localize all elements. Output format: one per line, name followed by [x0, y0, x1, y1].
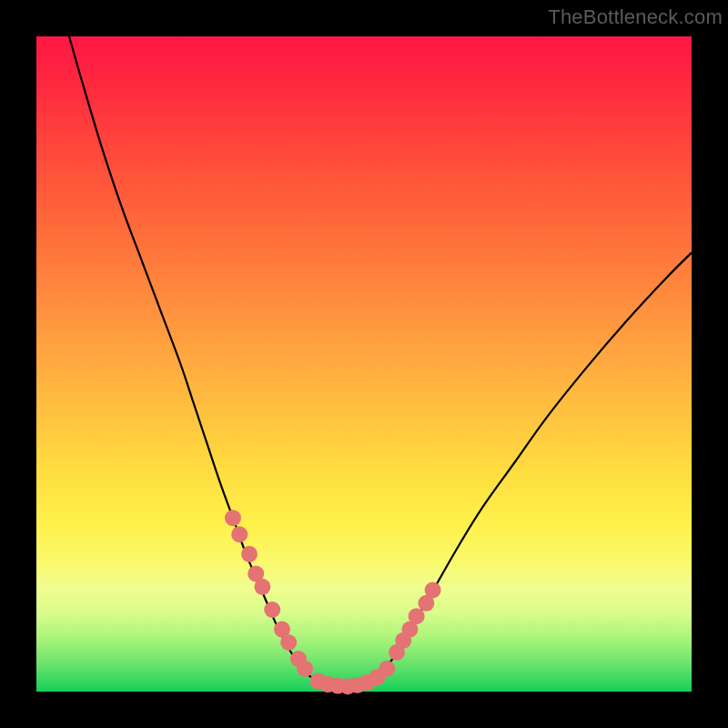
- chart-frame: TheBottleneck.com: [0, 0, 728, 728]
- highlight-dots-group: [225, 510, 441, 694]
- highlight-dot: [280, 634, 297, 651]
- highlight-dot: [241, 546, 258, 562]
- curve-layer: [36, 36, 692, 692]
- highlight-dot: [425, 581, 441, 598]
- watermark-text: TheBottleneck.com: [548, 5, 723, 29]
- highlight-dot: [297, 661, 313, 677]
- highlight-dot: [225, 510, 241, 526]
- highlight-dot: [409, 608, 425, 624]
- curve-left-branch: [69, 36, 315, 680]
- highlight-dot: [264, 602, 280, 618]
- plot-area: [36, 36, 692, 692]
- highlight-dot: [379, 661, 395, 677]
- highlight-dot: [254, 579, 270, 595]
- highlight-dot: [231, 526, 248, 542]
